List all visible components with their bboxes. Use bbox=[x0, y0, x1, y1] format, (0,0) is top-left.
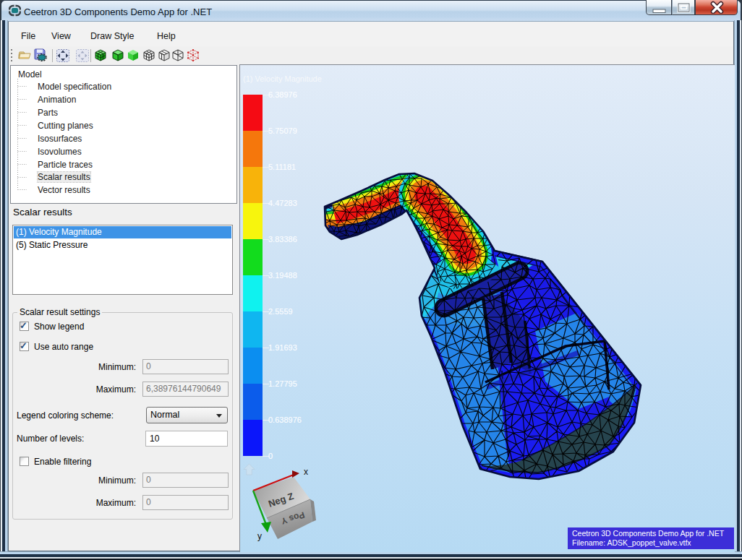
svg-text:x: x bbox=[304, 467, 308, 477]
svg-text:y: y bbox=[257, 531, 262, 541]
